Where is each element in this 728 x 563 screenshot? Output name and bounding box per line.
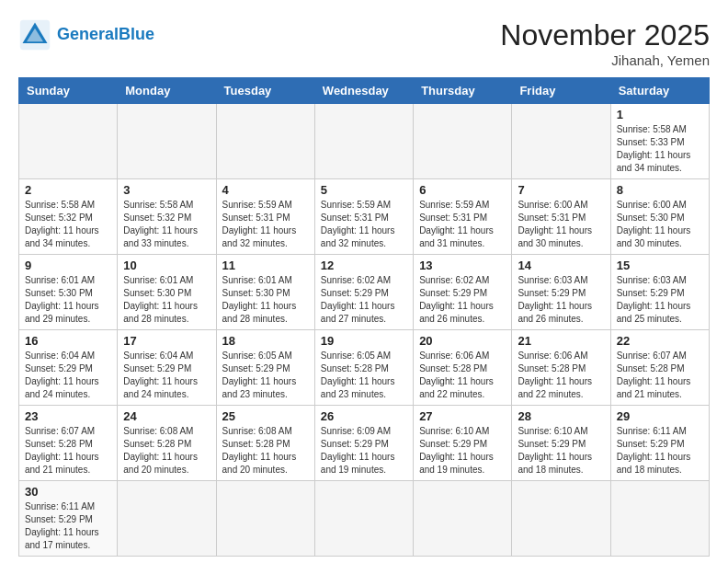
day-info: Sunrise: 5:58 AMSunset: 5:33 PMDaylight:… [617,123,703,175]
day-info: Sunrise: 6:00 AMSunset: 5:30 PMDaylight:… [617,199,703,250]
day-info: Sunrise: 5:59 AMSunset: 5:31 PMDaylight:… [321,199,407,250]
day-number: 17 [123,334,210,348]
calendar-cell [118,481,216,557]
day-info: Sunrise: 6:02 AMSunset: 5:29 PMDaylight:… [419,274,506,326]
month-title: November 2025 [500,18,710,52]
day-info: Sunrise: 6:05 AMSunset: 5:28 PMDaylight:… [321,350,407,401]
calendar-cell: 9Sunrise: 6:01 AMSunset: 5:30 PMDaylight… [19,255,118,330]
calendar-cell: 22Sunrise: 6:07 AMSunset: 5:28 PMDayligh… [610,330,709,406]
weekday-header-sunday: Sunday [19,78,118,104]
day-number: 22 [617,334,703,348]
page-header: GeneralBlue November 2025 Jihanah, Yemen [18,18,710,68]
day-info: Sunrise: 6:06 AMSunset: 5:28 PMDaylight:… [518,350,604,401]
day-number: 5 [321,183,407,197]
calendar-cell: 15Sunrise: 6:03 AMSunset: 5:29 PMDayligh… [610,255,709,330]
calendar-cell: 4Sunrise: 5:59 AMSunset: 5:31 PMDaylight… [216,179,314,255]
calendar-cell: 1Sunrise: 5:58 AMSunset: 5:33 PMDaylight… [610,104,709,179]
calendar-cell: 20Sunrise: 6:06 AMSunset: 5:28 PMDayligh… [414,330,512,406]
day-number: 20 [419,334,506,348]
day-number: 7 [518,183,604,197]
calendar-week-1: 1Sunrise: 5:58 AMSunset: 5:33 PMDaylight… [19,104,710,179]
calendar-week-6: 30Sunrise: 6:11 AMSunset: 5:29 PMDayligh… [19,481,710,557]
calendar-week-4: 16Sunrise: 6:04 AMSunset: 5:29 PMDayligh… [19,330,710,406]
calendar-cell: 30Sunrise: 6:11 AMSunset: 5:29 PMDayligh… [19,481,118,557]
day-info: Sunrise: 6:03 AMSunset: 5:29 PMDaylight:… [617,274,703,326]
day-number: 15 [617,259,703,272]
calendar-week-3: 9Sunrise: 6:01 AMSunset: 5:30 PMDaylight… [19,255,710,330]
day-number: 9 [25,259,111,272]
day-number: 13 [419,259,506,272]
day-info: Sunrise: 6:00 AMSunset: 5:31 PMDaylight:… [518,199,604,250]
day-info: Sunrise: 6:09 AMSunset: 5:29 PMDaylight:… [321,425,407,477]
title-block: November 2025 Jihanah, Yemen [500,18,710,68]
day-info: Sunrise: 5:58 AMSunset: 5:32 PMDaylight:… [25,199,111,250]
day-info: Sunrise: 6:01 AMSunset: 5:30 PMDaylight:… [222,274,309,326]
calendar-cell [314,104,413,179]
day-info: Sunrise: 6:11 AMSunset: 5:29 PMDaylight:… [25,500,111,552]
calendar-cell: 23Sunrise: 6:07 AMSunset: 5:28 PMDayligh… [19,406,118,481]
weekday-header-thursday: Thursday [414,78,512,104]
calendar-cell: 19Sunrise: 6:05 AMSunset: 5:28 PMDayligh… [314,330,413,406]
calendar-cell: 11Sunrise: 6:01 AMSunset: 5:30 PMDayligh… [216,255,314,330]
logo-general: General [57,25,119,43]
calendar-table: SundayMondayTuesdayWednesdayThursdayFrid… [18,77,710,557]
calendar-cell: 13Sunrise: 6:02 AMSunset: 5:29 PMDayligh… [414,255,512,330]
calendar-week-5: 23Sunrise: 6:07 AMSunset: 5:28 PMDayligh… [19,406,710,481]
logo-icon [18,18,51,52]
day-number: 3 [123,183,210,197]
day-number: 29 [617,409,703,423]
calendar-cell: 21Sunrise: 6:06 AMSunset: 5:28 PMDayligh… [512,330,610,406]
day-number: 1 [617,108,703,121]
calendar-week-2: 2Sunrise: 5:58 AMSunset: 5:32 PMDaylight… [19,179,710,255]
day-info: Sunrise: 5:59 AMSunset: 5:31 PMDaylight:… [419,199,506,250]
calendar-cell: 8Sunrise: 6:00 AMSunset: 5:30 PMDaylight… [610,179,709,255]
calendar-cell: 28Sunrise: 6:10 AMSunset: 5:29 PMDayligh… [512,406,610,481]
day-number: 24 [123,409,210,423]
day-number: 28 [518,409,604,423]
calendar-cell: 14Sunrise: 6:03 AMSunset: 5:29 PMDayligh… [512,255,610,330]
calendar-cell [414,481,512,557]
logo-text: GeneralBlue [57,26,154,44]
day-info: Sunrise: 6:08 AMSunset: 5:28 PMDaylight:… [123,425,210,477]
calendar-cell: 25Sunrise: 6:08 AMSunset: 5:28 PMDayligh… [216,406,314,481]
day-info: Sunrise: 6:05 AMSunset: 5:29 PMDaylight:… [222,350,309,401]
calendar-cell [216,104,314,179]
day-info: Sunrise: 6:01 AMSunset: 5:30 PMDaylight:… [25,274,111,326]
day-number: 8 [617,183,703,197]
day-info: Sunrise: 6:03 AMSunset: 5:29 PMDaylight:… [518,274,604,326]
day-number: 30 [25,485,111,499]
weekday-header-saturday: Saturday [610,78,709,104]
day-info: Sunrise: 6:07 AMSunset: 5:28 PMDaylight:… [25,425,111,477]
calendar-cell: 29Sunrise: 6:11 AMSunset: 5:29 PMDayligh… [610,406,709,481]
calendar-cell [512,104,610,179]
weekday-header-friday: Friday [512,78,610,104]
calendar-cell: 10Sunrise: 6:01 AMSunset: 5:30 PMDayligh… [118,255,216,330]
day-info: Sunrise: 6:11 AMSunset: 5:29 PMDaylight:… [617,425,703,477]
calendar-cell [512,481,610,557]
day-info: Sunrise: 6:10 AMSunset: 5:29 PMDaylight:… [518,425,604,477]
calendar-cell: 26Sunrise: 6:09 AMSunset: 5:29 PMDayligh… [314,406,413,481]
calendar-cell: 17Sunrise: 6:04 AMSunset: 5:29 PMDayligh… [118,330,216,406]
day-number: 16 [25,334,111,348]
day-info: Sunrise: 6:07 AMSunset: 5:28 PMDaylight:… [617,350,703,401]
logo-blue: Blue [119,25,154,43]
calendar-cell: 16Sunrise: 6:04 AMSunset: 5:29 PMDayligh… [19,330,118,406]
day-number: 14 [518,259,604,272]
day-number: 4 [222,183,309,197]
day-number: 27 [419,409,506,423]
calendar-cell: 6Sunrise: 5:59 AMSunset: 5:31 PMDaylight… [414,179,512,255]
weekday-header-wednesday: Wednesday [314,78,413,104]
calendar-cell: 2Sunrise: 5:58 AMSunset: 5:32 PMDaylight… [19,179,118,255]
day-info: Sunrise: 6:01 AMSunset: 5:30 PMDaylight:… [123,274,210,326]
day-number: 2 [25,183,111,197]
calendar-cell: 18Sunrise: 6:05 AMSunset: 5:29 PMDayligh… [216,330,314,406]
calendar-cell [414,104,512,179]
weekday-header-tuesday: Tuesday [216,78,314,104]
location: Jihanah, Yemen [500,52,710,68]
day-info: Sunrise: 5:59 AMSunset: 5:31 PMDaylight:… [222,199,309,250]
calendar-cell [610,481,709,557]
day-number: 19 [321,334,407,348]
day-info: Sunrise: 6:06 AMSunset: 5:28 PMDaylight:… [419,350,506,401]
day-number: 26 [321,409,407,423]
day-info: Sunrise: 6:04 AMSunset: 5:29 PMDaylight:… [25,350,111,401]
